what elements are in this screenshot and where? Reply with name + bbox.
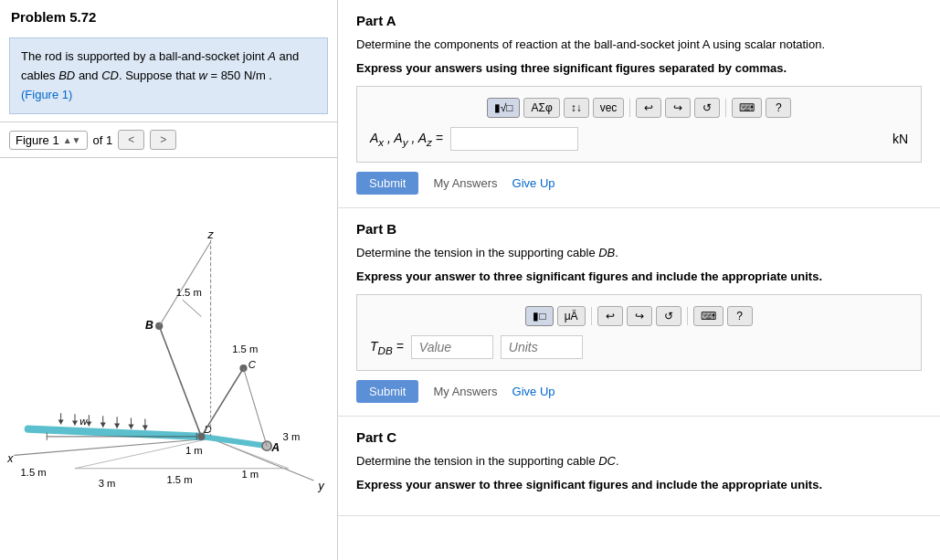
part-b-my-answers[interactable]: My Answers [433, 385, 497, 398]
svg-marker-45 [128, 425, 133, 429]
svg-text:3 m: 3 m [99, 479, 116, 490]
svg-text:1 m: 1 m [241, 469, 259, 480]
svg-line-21 [201, 368, 243, 437]
figure-select-arrow: ▲▼ [63, 135, 81, 145]
svg-line-22 [244, 368, 268, 446]
figure-label: Figure 1 [16, 133, 59, 147]
svg-line-10 [201, 437, 267, 446]
problem-title: Problem 5.72 [0, 0, 337, 30]
svg-text:B: B [145, 319, 153, 332]
part-c-section: Part C Determine the tension in the supp… [338, 417, 940, 516]
part-b-give-up[interactable]: Give Up [512, 385, 555, 398]
part-a-title: Part A [356, 13, 922, 28]
svg-text:z: z [207, 228, 215, 241]
svg-text:1.5 m: 1.5 m [21, 467, 47, 478]
toolbar-keyboard-btn[interactable]: ⌨ [732, 98, 762, 118]
part-a-answer-box: ▮√□ ΑΣφ ↕↓ vec ↩ ↪ ↺ ⌨ ? Ax , Ay , Az = … [356, 86, 922, 163]
svg-marker-35 [58, 420, 64, 425]
svg-point-11 [262, 441, 271, 450]
svg-marker-43 [114, 424, 120, 428]
part-a-input-row: Ax , Ay , Az = kN [370, 127, 908, 151]
figure-diagram: z y x A D B [0, 158, 337, 560]
toolbar-vec-btn[interactable]: vec [593, 98, 625, 118]
toolbar-sep1 [629, 99, 630, 117]
part-a-eq-label: Ax , Ay , Az = [370, 131, 443, 148]
svg-marker-41 [100, 423, 106, 428]
part-b-help-btn[interactable]: ? [727, 306, 753, 326]
part-c-description: Determine the tension in the supporting … [356, 452, 922, 470]
svg-text:A: A [270, 442, 280, 455]
part-a-instruction: Express your answers using three signifi… [356, 59, 922, 78]
next-btn[interactable]: > [150, 130, 176, 150]
right-panel: Part A Determine the components of react… [338, 0, 940, 560]
part-c-instruction: Express your answer to three significant… [356, 476, 922, 494]
part-a-unit: kN [892, 132, 908, 146]
svg-text:C: C [248, 359, 257, 370]
figure-link[interactable]: (Figure 1) [21, 88, 72, 101]
part-a-toolbar: ▮√□ ΑΣφ ↕↓ vec ↩ ↪ ↺ ⌨ ? [370, 98, 908, 118]
part-b-title: Part B [356, 221, 922, 237]
part-c-title: Part C [356, 429, 922, 445]
part-b-input-row: TDB = [370, 335, 908, 359]
part-b-submit[interactable]: Submit [356, 380, 418, 403]
svg-text:1.5 m: 1.5 m [232, 343, 258, 354]
description-text: The rod is supported by a ball-and-socke… [21, 49, 299, 82]
svg-text:3 m: 3 m [283, 431, 301, 442]
part-b-toolbar: ▮□ μÄ ↩ ↪ ↺ ⌨ ? [370, 306, 908, 326]
figure-nav: Figure 1 ▲▼ of 1 < > [0, 122, 337, 157]
part-b-undo-btn[interactable]: ↩ [597, 306, 623, 326]
part-b-answer-box: ▮□ μÄ ↩ ↪ ↺ ⌨ ? TDB = [356, 294, 922, 371]
part-a-give-up[interactable]: Give Up [512, 176, 555, 190]
svg-line-19 [159, 326, 201, 437]
part-b-value-input[interactable] [411, 335, 493, 359]
toolbar-greek-btn[interactable]: ΑΣφ [523, 98, 559, 118]
part-a-section: Part A Determine the components of react… [338, 0, 940, 208]
toolbar-help-btn[interactable]: ? [766, 98, 791, 118]
svg-text:x: x [6, 452, 14, 465]
svg-text:w: w [79, 416, 88, 427]
part-b-sep2 [687, 307, 688, 325]
svg-text:1.5 m: 1.5 m [166, 475, 192, 486]
left-panel: Problem 5.72 The rod is supported by a b… [0, 0, 338, 560]
svg-text:1 m: 1 m [185, 446, 203, 457]
toolbar-arrows-btn[interactable]: ↕↓ [564, 98, 589, 118]
prev-btn[interactable]: < [118, 130, 144, 150]
part-b-muA-btn[interactable]: μÄ [557, 306, 586, 326]
part-b-instruction: Express your answer to three significant… [356, 268, 922, 286]
part-a-description: Determine the components of reaction at … [356, 36, 922, 54]
toolbar-redo-btn[interactable]: ↪ [665, 98, 691, 118]
svg-text:1.5 m: 1.5 m [176, 288, 202, 299]
toolbar-undo-btn[interactable]: ↩ [636, 98, 661, 118]
toolbar-refresh-btn[interactable]: ↺ [694, 98, 720, 118]
toolbar-formula-btn[interactable]: ▮√□ [487, 98, 521, 118]
svg-line-9 [28, 429, 202, 437]
problem-description: The rod is supported by a ball-and-socke… [9, 37, 328, 114]
part-b-formula-btn[interactable]: ▮□ [525, 306, 553, 326]
part-b-bottom-row: Submit My Answers Give Up [356, 380, 922, 403]
of-text: of 1 [93, 133, 113, 147]
svg-line-25 [183, 301, 202, 317]
part-a-input[interactable] [450, 127, 578, 151]
part-a-submit[interactable]: Submit [356, 172, 418, 195]
figure-select[interactable]: Figure 1 ▲▼ [9, 131, 88, 150]
part-b-keyboard-btn[interactable]: ⌨ [693, 306, 723, 326]
svg-text:y: y [318, 481, 325, 493]
svg-marker-37 [72, 421, 78, 426]
part-b-section: Part B Determine the tension in the supp… [338, 208, 940, 417]
svg-line-5 [14, 438, 210, 455]
part-b-eq-label: TDB = [370, 339, 404, 356]
svg-line-20 [159, 242, 210, 326]
part-b-sep1 [591, 307, 592, 325]
part-b-units-input[interactable] [501, 335, 583, 359]
part-b-redo-btn[interactable]: ↪ [627, 306, 652, 326]
figure-area: z y x A D B [0, 157, 337, 560]
toolbar-sep2 [725, 99, 726, 117]
part-a-bottom-row: Submit My Answers Give Up [356, 172, 922, 195]
svg-marker-47 [143, 426, 148, 430]
part-a-my-answers[interactable]: My Answers [433, 176, 497, 190]
part-b-description: Determine the tension in the supporting … [356, 244, 922, 262]
part-b-refresh-btn[interactable]: ↺ [656, 306, 681, 326]
